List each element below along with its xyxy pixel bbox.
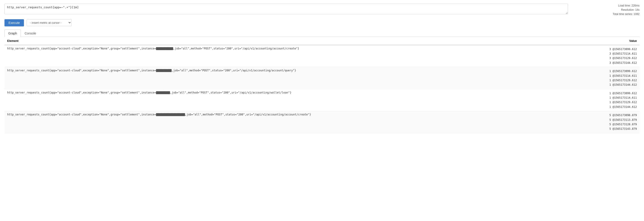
load-time: Load time: 226ms (613, 4, 640, 8)
element-cell: http_server_requests_count{app="account-… (4, 89, 578, 111)
tab-console[interactable]: Console (21, 30, 40, 37)
total-series: Total time series: 1082 (613, 12, 640, 16)
redacted-instance: ██ █ █ ██ █ █ ██ ▒█ (156, 113, 185, 116)
value-column-header: Value (578, 37, 640, 45)
element-column-header: Element (4, 37, 578, 45)
element-cell: http_server_requests_count{app="account-… (4, 111, 578, 133)
tabs-bar: Graph Console (4, 30, 640, 37)
results-table: Element Value http_server_requests_count… (4, 37, 640, 133)
query-row: http_server_requests_count{app=~".+"}[1m… (4, 4, 640, 16)
main-container: http_server_requests_count{app=~".+"}[1m… (0, 0, 644, 137)
value-cell: 5 @1565173098.8795 @1565173113.8795 @156… (578, 111, 640, 133)
execute-button[interactable]: Execute (4, 19, 24, 26)
redacted-instance: █▄▄ ▄█ ▄█ (156, 91, 170, 94)
table-row: http_server_requests_count{app="account-… (4, 89, 640, 111)
tab-graph[interactable]: Graph (4, 30, 21, 37)
table-row: http_server_requests_count{app="account-… (4, 45, 640, 67)
value-cell: 3 @1565173099.6123 @1565173114.6113 @156… (578, 45, 640, 67)
value-cell: 1 @1565173099.6121 @1565173114.6111 @156… (578, 67, 640, 89)
controls-row: Execute - insert metric at cursor - (4, 19, 640, 26)
meta-info: Load time: 226ms Resolution: 14s Total t… (608, 4, 640, 16)
table-header-row: Element Value (4, 37, 640, 45)
metric-select[interactable]: - insert metric at cursor - (27, 19, 72, 26)
element-cell: http_server_requests_count{app="account-… (4, 45, 578, 67)
query-input[interactable]: http_server_requests_count{app=~".+"}[1m… (4, 4, 568, 14)
table-row: http_server_requests_count{app="account-… (4, 67, 640, 89)
value-cell: 1 @1565173099.6121 @1565173114.6111 @156… (578, 89, 640, 111)
element-cell: http_server_requests_count{app="account-… (4, 67, 578, 89)
table-row: http_server_requests_count{app="account-… (4, 111, 640, 133)
redacted-instance: ████ ██ ██ (156, 69, 172, 72)
resolution: Resolution: 14s (613, 8, 640, 12)
redacted-instance: ████ █ ██ █ (156, 47, 173, 50)
